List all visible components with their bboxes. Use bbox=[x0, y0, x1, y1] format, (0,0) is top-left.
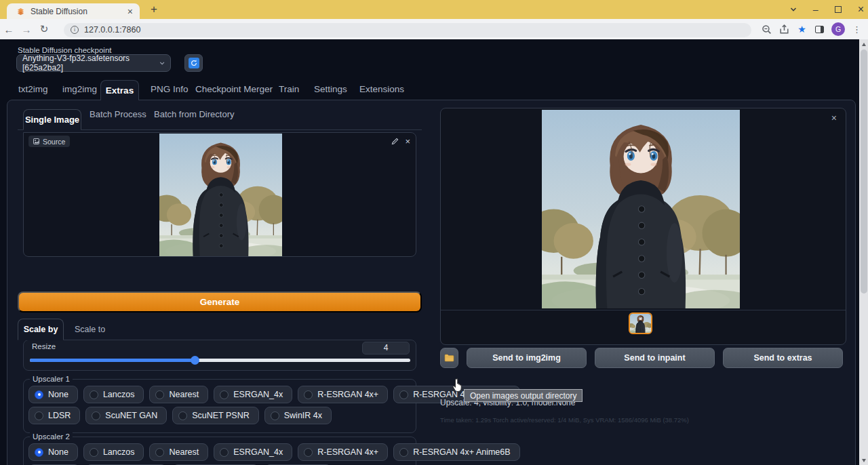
resize-value-input[interactable]: 4 bbox=[362, 342, 410, 355]
subtab-single-image[interactable]: Single Image bbox=[23, 109, 81, 130]
result-thumbnail[interactable] bbox=[629, 312, 652, 334]
radio-esrgan4x[interactable]: ESRGAN_4x bbox=[214, 386, 292, 403]
zoom-icon[interactable] bbox=[761, 24, 772, 35]
chevron-down-icon bbox=[159, 60, 165, 66]
screen: Stable Diffusion × + – × ← → ↻ i 127.0.0… bbox=[0, 0, 868, 465]
send-to-inpaint-button[interactable]: Send to inpaint bbox=[595, 348, 715, 368]
radio-dot bbox=[35, 390, 43, 399]
radio-swinir4x[interactable]: SwinIR 4x bbox=[264, 407, 332, 424]
source-image[interactable] bbox=[159, 134, 282, 256]
tab-img2img[interactable]: img2img bbox=[62, 84, 97, 94]
radio-dot bbox=[399, 448, 408, 457]
browser-tab[interactable]: Stable Diffusion × bbox=[7, 3, 140, 19]
webui-page: Stable Diffusion checkpoint Anything-V3-… bbox=[0, 39, 868, 465]
radio-none[interactable]: None bbox=[28, 443, 78, 461]
url-text: 127.0.0.1:7860 bbox=[84, 25, 140, 35]
folder-icon bbox=[444, 354, 454, 362]
tab-settings[interactable]: Settings bbox=[314, 84, 347, 94]
upscaler2-group: Upscaler 2 None Lanczos Nearest ESRGAN_4… bbox=[23, 437, 416, 465]
close-window-button[interactable]: × bbox=[858, 4, 864, 15]
radio-lanczos[interactable]: Lanczos bbox=[83, 386, 144, 403]
result-image[interactable] bbox=[542, 110, 740, 308]
scroll-up-arrow[interactable] bbox=[862, 43, 866, 46]
generate-button[interactable]: Generate bbox=[18, 291, 422, 312]
tab-train[interactable]: Train bbox=[279, 84, 299, 94]
cursor-pointer bbox=[452, 378, 464, 392]
radio-dot bbox=[90, 390, 98, 399]
radio-dot bbox=[92, 411, 100, 420]
tab-checkpoint-merger[interactable]: Checkpoint Merger bbox=[195, 84, 273, 94]
edit-icon[interactable] bbox=[391, 138, 399, 145]
radio-lanczos[interactable]: Lanczos bbox=[83, 443, 144, 461]
checkpoint-value: Anything-V3-fp32.safetensors [625a2ba2] bbox=[22, 54, 159, 73]
image-tools: × bbox=[391, 137, 410, 146]
radio-resrgan4x[interactable]: R-ESRGAN 4x+ bbox=[298, 386, 388, 403]
radio-dot bbox=[90, 448, 98, 457]
tab-extensions[interactable]: Extensions bbox=[359, 84, 404, 94]
tab-extras[interactable]: Extras bbox=[100, 80, 139, 100]
maximize-button[interactable] bbox=[835, 6, 842, 13]
radio-dot bbox=[220, 390, 229, 399]
stable-diffusion-favicon bbox=[16, 7, 25, 16]
upscaler2-label: Upscaler 2 bbox=[30, 432, 73, 441]
resize-slider-fill bbox=[30, 359, 195, 362]
browser-titlebar: Stable Diffusion × + – × bbox=[0, 0, 868, 19]
tab-png-info[interactable]: PNG Info bbox=[151, 84, 189, 94]
folder-tooltip: Open images output directory bbox=[464, 389, 583, 402]
page-scrollbar[interactable] bbox=[859, 39, 868, 465]
radio-esrgan4x[interactable]: ESRGAN_4x bbox=[214, 443, 292, 461]
send-to-extras-button[interactable]: Send to extras bbox=[723, 348, 843, 368]
source-image-dropzone[interactable]: Source × bbox=[23, 132, 416, 257]
scale-to-tab[interactable]: Scale to bbox=[75, 325, 105, 334]
upscaler1-group: Upscaler 1 None Lanczos Nearest ESRGAN_4… bbox=[23, 379, 416, 433]
tab-search-chevron-icon[interactable] bbox=[790, 6, 797, 13]
clear-image-icon[interactable]: × bbox=[405, 137, 410, 146]
radio-dot bbox=[271, 411, 279, 420]
scrollbar-thumb[interactable] bbox=[861, 49, 867, 294]
gallery-divider bbox=[441, 310, 846, 310]
subtab-batch-from-directory[interactable]: Batch from Directory bbox=[154, 109, 234, 119]
address-bar[interactable]: i 127.0.0.1:7860 bbox=[64, 23, 751, 37]
browser-menu-icon[interactable]: ⋮ bbox=[851, 24, 863, 35]
radio-dot bbox=[220, 448, 229, 457]
radio-dot bbox=[155, 448, 164, 457]
new-tab-button[interactable]: + bbox=[146, 2, 161, 17]
source-chip: Source bbox=[28, 136, 70, 147]
side-panel-icon[interactable] bbox=[815, 26, 824, 33]
open-folder-button[interactable] bbox=[440, 348, 458, 368]
refresh-checkpoints-button[interactable] bbox=[184, 54, 203, 72]
resize-slider[interactable] bbox=[30, 359, 410, 362]
radio-ldsr[interactable]: LDSR bbox=[28, 407, 80, 424]
radio-dot bbox=[399, 390, 408, 399]
gallery-close-icon[interactable]: × bbox=[831, 113, 837, 123]
radio-resrgan4x[interactable]: R-ESRGAN 4x+ bbox=[298, 443, 388, 461]
checkpoint-dropdown[interactable]: Anything-V3-fp32.safetensors [625a2ba2] bbox=[16, 54, 171, 72]
send-to-img2img-button[interactable]: Send to img2img bbox=[467, 348, 587, 368]
radio-resrgan-anime6b[interactable]: R-ESRGAN 4x+ Anime6B bbox=[393, 443, 519, 461]
toolbar-right-icons: ★ G ⋮ bbox=[761, 19, 863, 39]
radio-dot bbox=[178, 411, 187, 420]
result-gallery: × bbox=[440, 108, 846, 345]
site-info-icon[interactable]: i bbox=[71, 26, 79, 34]
subtab-batch-process[interactable]: Batch Process bbox=[90, 109, 146, 119]
profile-avatar[interactable]: G bbox=[831, 22, 845, 36]
radio-nearest[interactable]: Nearest bbox=[149, 386, 208, 403]
radio-nearest[interactable]: Nearest bbox=[149, 443, 208, 461]
radio-scunet-psnr[interactable]: ScuNET PSNR bbox=[172, 407, 259, 424]
forward-button[interactable]: → bbox=[18, 24, 35, 35]
scale-by-tab[interactable]: Scale by bbox=[18, 319, 64, 340]
minimize-button[interactable]: – bbox=[813, 5, 818, 14]
tab-close-icon[interactable]: × bbox=[126, 7, 134, 16]
radio-scunet-gan[interactable]: ScuNET GAN bbox=[85, 407, 167, 424]
radio-dot bbox=[155, 390, 164, 399]
radio-none[interactable]: None bbox=[28, 386, 78, 403]
image-icon bbox=[33, 138, 39, 144]
tab-txt2img[interactable]: txt2img bbox=[18, 84, 48, 94]
upscaler1-label: Upscaler 1 bbox=[30, 375, 73, 383]
bookmark-star-icon[interactable]: ★ bbox=[796, 24, 808, 35]
scroll-down-arrow[interactable] bbox=[862, 459, 866, 462]
back-button[interactable]: ← bbox=[0, 24, 18, 35]
share-icon[interactable] bbox=[778, 24, 790, 35]
reload-button[interactable]: ↻ bbox=[35, 23, 53, 35]
resize-slider-thumb[interactable] bbox=[191, 356, 199, 365]
